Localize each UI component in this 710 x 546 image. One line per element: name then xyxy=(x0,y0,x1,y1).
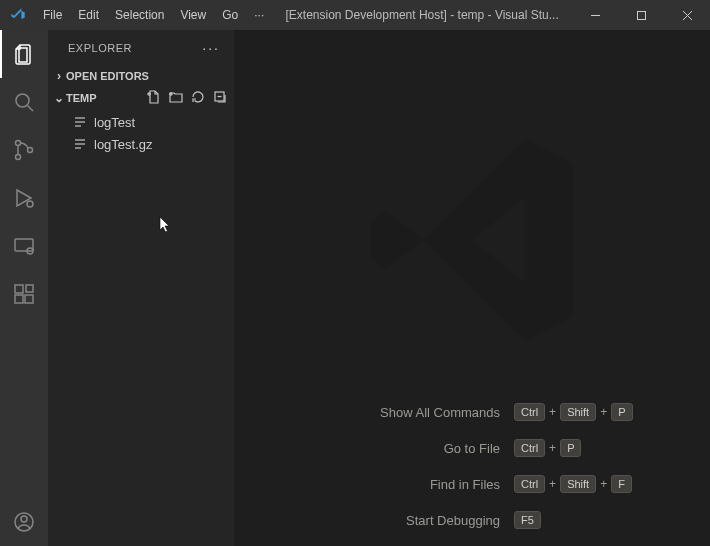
keycap: Ctrl xyxy=(514,439,545,457)
close-button[interactable] xyxy=(664,0,710,30)
svg-rect-10 xyxy=(15,239,33,251)
folder-header-actions xyxy=(146,89,228,107)
keycap: F5 xyxy=(514,511,541,529)
keycap: Shift xyxy=(560,403,596,421)
title-bar: File Edit Selection View Go ··· [Extensi… xyxy=(0,0,710,30)
shortcut-row: Toggle TerminalCtrl+` xyxy=(234,538,710,546)
svg-rect-12 xyxy=(15,285,23,293)
chevron-right-icon: › xyxy=(52,69,66,83)
sidebar-explorer: EXPLORER ··· › OPEN EDITORS ⌄ TEMP logTe… xyxy=(48,30,234,546)
shortcut-row: Start DebuggingF5 xyxy=(234,502,710,538)
file-name: logTest.gz xyxy=(94,137,153,152)
file-item[interactable]: logTest.gz xyxy=(48,133,234,155)
activity-explorer[interactable] xyxy=(0,30,48,78)
workbench: EXPLORER ··· › OPEN EDITORS ⌄ TEMP logTe… xyxy=(0,30,710,546)
svg-line-5 xyxy=(28,106,34,112)
svg-point-9 xyxy=(27,201,33,207)
svg-point-6 xyxy=(16,141,21,146)
keycap: F xyxy=(611,475,632,493)
new-folder-icon[interactable] xyxy=(168,89,184,107)
minimize-button[interactable] xyxy=(572,0,618,30)
shortcut-label: Find in Files xyxy=(270,477,500,492)
key-separator: + xyxy=(549,477,556,491)
file-icon xyxy=(72,136,88,152)
svg-point-4 xyxy=(16,94,29,107)
activity-remote[interactable] xyxy=(0,222,48,270)
vscode-watermark-icon xyxy=(352,120,592,364)
file-item[interactable]: logTest xyxy=(48,111,234,133)
window-controls xyxy=(572,0,710,30)
refresh-icon[interactable] xyxy=(190,89,206,107)
section-open-editors-label: OPEN EDITORS xyxy=(66,70,149,82)
welcome-shortcuts: Show All CommandsCtrl+Shift+PGo to FileC… xyxy=(234,394,710,546)
menu-view[interactable]: View xyxy=(172,8,214,22)
section-folder-label: TEMP xyxy=(66,92,97,104)
sidebar-more-actions[interactable]: ··· xyxy=(202,40,220,56)
editor-area: Show All CommandsCtrl+Shift+PGo to FileC… xyxy=(234,30,710,546)
shortcut-keys: Ctrl+Shift+F xyxy=(514,475,674,493)
key-separator: + xyxy=(549,441,556,455)
keycap: P xyxy=(611,403,632,421)
svg-point-17 xyxy=(21,516,27,522)
keycap: Ctrl xyxy=(514,475,545,493)
svg-rect-14 xyxy=(25,295,33,303)
shortcut-row: Go to FileCtrl+P xyxy=(234,430,710,466)
shortcut-label: Go to File xyxy=(270,441,500,456)
activity-source-control[interactable] xyxy=(0,126,48,174)
section-folder[interactable]: ⌄ TEMP xyxy=(48,87,234,109)
keycap: Ctrl xyxy=(514,403,545,421)
key-separator: + xyxy=(549,405,556,419)
menu-bar: File Edit Selection View Go xyxy=(35,8,246,22)
shortcut-label: Show All Commands xyxy=(270,405,500,420)
shortcut-row: Find in FilesCtrl+Shift+F xyxy=(234,466,710,502)
menu-overflow[interactable]: ··· xyxy=(246,8,272,22)
menu-go[interactable]: Go xyxy=(214,8,246,22)
activity-accounts[interactable] xyxy=(0,498,48,546)
shortcut-keys: Ctrl+Shift+P xyxy=(514,403,674,421)
collapse-all-icon[interactable] xyxy=(212,89,228,107)
window-title: [Extension Development Host] - temp - Vi… xyxy=(272,8,572,22)
svg-rect-15 xyxy=(26,285,33,292)
file-icon xyxy=(72,114,88,130)
activity-run-debug[interactable] xyxy=(0,174,48,222)
shortcut-row: Show All CommandsCtrl+Shift+P xyxy=(234,394,710,430)
new-file-icon[interactable] xyxy=(146,89,162,107)
keycap: Shift xyxy=(560,475,596,493)
menu-selection[interactable]: Selection xyxy=(107,8,172,22)
activity-search[interactable] xyxy=(0,78,48,126)
svg-point-7 xyxy=(16,155,21,160)
section-open-editors[interactable]: › OPEN EDITORS xyxy=(48,65,234,87)
file-tree: logTest logTest.gz xyxy=(48,109,234,157)
sidebar-title: EXPLORER xyxy=(68,42,132,54)
svg-rect-13 xyxy=(15,295,23,303)
chevron-down-icon: ⌄ xyxy=(52,91,66,105)
file-name: logTest xyxy=(94,115,135,130)
key-separator: + xyxy=(600,405,607,419)
vscode-logo-icon xyxy=(0,7,35,23)
key-separator: + xyxy=(600,477,607,491)
sidebar-header: EXPLORER ··· xyxy=(48,30,234,65)
shortcut-keys: F5 xyxy=(514,511,674,529)
activity-extensions[interactable] xyxy=(0,270,48,318)
shortcut-keys: Ctrl+P xyxy=(514,439,674,457)
svg-rect-1 xyxy=(637,11,645,19)
maximize-button[interactable] xyxy=(618,0,664,30)
menu-edit[interactable]: Edit xyxy=(70,8,107,22)
keycap: P xyxy=(560,439,581,457)
shortcut-label: Start Debugging xyxy=(270,513,500,528)
svg-point-8 xyxy=(28,148,33,153)
menu-file[interactable]: File xyxy=(35,8,70,22)
activity-bar xyxy=(0,30,48,546)
